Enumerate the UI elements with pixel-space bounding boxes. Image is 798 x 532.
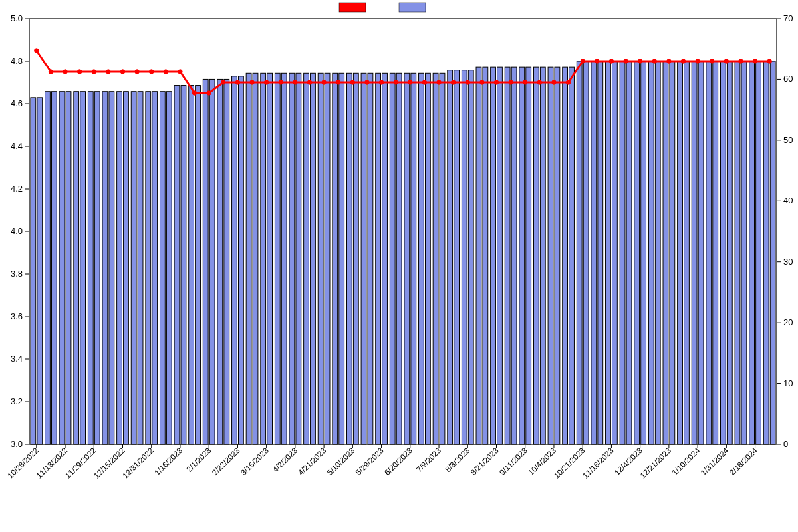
bar [304, 73, 309, 444]
x-tick-label: 2/18/2024 [728, 446, 759, 477]
rating-marker [710, 59, 714, 63]
bar [749, 61, 755, 444]
bar [51, 92, 57, 444]
bar [311, 73, 316, 444]
bar [318, 73, 323, 444]
rating-marker [422, 80, 426, 84]
rating-marker [609, 59, 613, 63]
bar [289, 73, 295, 444]
right-y-axis: 010203040506070 [777, 13, 793, 449]
bar [261, 73, 266, 444]
bar [741, 61, 747, 444]
x-tick-label: 1/10/2024 [670, 446, 702, 477]
rating-marker [350, 80, 354, 84]
left-tick-label: 4.2 [11, 184, 23, 194]
rating-marker [192, 91, 196, 95]
bar [296, 73, 301, 444]
x-tick-label: 4/21/2023 [297, 446, 329, 477]
rating-marker [135, 70, 139, 74]
bar [232, 76, 237, 444]
right-tick-label: 70 [783, 13, 793, 23]
bar [376, 73, 381, 444]
bar [735, 61, 740, 444]
bar [626, 61, 632, 444]
bar [189, 86, 194, 444]
bar [519, 67, 525, 444]
bar [634, 61, 640, 444]
bar [433, 73, 438, 444]
bar [419, 73, 424, 444]
bar [770, 61, 775, 444]
bar [448, 70, 453, 444]
bar [713, 61, 718, 444]
bar [152, 92, 158, 444]
bar [196, 86, 201, 444]
bar [526, 67, 531, 444]
bar [332, 73, 338, 444]
bar [267, 73, 273, 444]
left-tick-label: 3.8 [11, 269, 23, 279]
bar [641, 61, 646, 444]
bar [174, 86, 180, 444]
bar [720, 61, 726, 444]
x-tick-label: 7/9/2023 [414, 446, 443, 474]
left-tick-label: 3.6 [11, 311, 23, 321]
bar [684, 61, 690, 444]
bar [31, 98, 36, 444]
rating-marker [537, 80, 541, 84]
bar [94, 92, 100, 444]
rating-marker [480, 80, 484, 84]
rating-marker [221, 80, 225, 84]
rating-marker [523, 80, 527, 84]
bar [505, 67, 510, 444]
bar [131, 92, 136, 444]
left-tick-label: 3.2 [11, 396, 23, 406]
bar [540, 67, 545, 444]
legend-swatch-blue [399, 3, 426, 12]
bar [361, 73, 366, 444]
rating-marker [164, 70, 168, 74]
rating-marker [106, 70, 110, 74]
bar [253, 73, 258, 444]
bar [281, 73, 287, 444]
rating-marker [638, 59, 642, 63]
rating-marker [451, 80, 455, 84]
x-tick-label: 2/1/2023 [184, 446, 213, 474]
bar [468, 70, 473, 444]
rating-marker [753, 59, 757, 63]
bar [339, 73, 344, 444]
bar [598, 61, 603, 444]
bar [698, 61, 704, 444]
bar [462, 70, 467, 444]
x-axis: 10/28/202211/13/202211/29/202212/15/2022… [6, 444, 759, 481]
bar [620, 61, 625, 444]
rating-marker [767, 59, 771, 63]
chart-svg: 3.03.23.43.63.84.04.24.44.64.85.0 010203… [0, 0, 798, 532]
rating-marker [49, 70, 53, 74]
bar [555, 67, 560, 444]
bar [548, 67, 553, 444]
x-tick-label: 12/31/2022 [120, 446, 156, 481]
bar [606, 61, 611, 444]
bar [533, 67, 539, 444]
rating-marker [63, 70, 67, 74]
right-tick-label: 20 [783, 317, 793, 327]
rating-marker [178, 70, 182, 74]
bar [88, 92, 93, 444]
bar [440, 73, 445, 444]
rating-marker [552, 80, 556, 84]
left-tick-label: 4.8 [11, 56, 23, 66]
rating-marker [408, 80, 412, 84]
bar [166, 92, 172, 444]
bar [763, 61, 769, 444]
bar [146, 92, 151, 444]
legend-swatch-red [339, 3, 366, 12]
bar [181, 86, 186, 444]
bar [209, 79, 215, 444]
bar [706, 61, 712, 444]
bar [325, 73, 330, 444]
bar [563, 67, 568, 444]
bar [483, 67, 488, 444]
x-tick-label: 6/20/2023 [382, 446, 414, 477]
x-tick-label: 9/11/2023 [497, 446, 529, 477]
